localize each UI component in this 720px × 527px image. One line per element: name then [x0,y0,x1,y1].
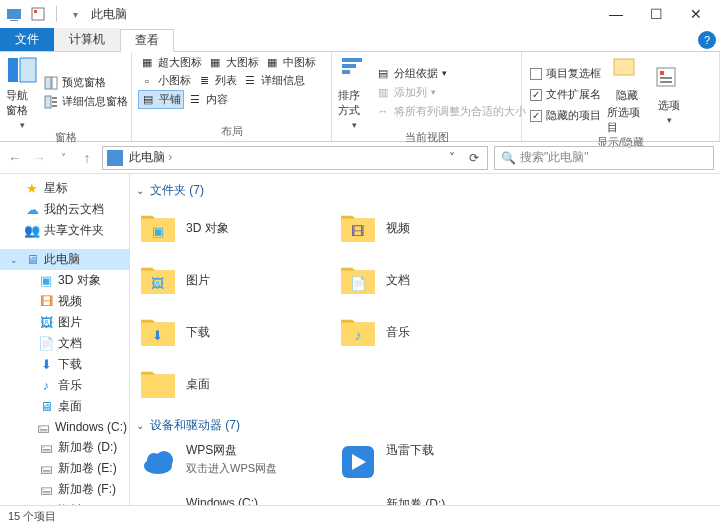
sidebar-item[interactable]: ⌄ 🖥 此电脑 [0,249,129,270]
address-icon [107,150,123,166]
preview-pane-button[interactable]: 预览窗格 [42,74,130,91]
fit-columns-button[interactable]: ↔将所有列调整为合适的大小 [374,103,528,120]
sidebar-item-label: 图片 [58,314,82,331]
sidebar-item[interactable]: 👥 共享文件夹 [0,220,129,241]
checkbox-icon: ✓ [530,89,542,101]
svg-rect-13 [342,64,356,68]
sidebar-item[interactable]: ⬇ 下载 [0,354,129,375]
layout-sm-button[interactable]: ▫小图标 [138,72,193,89]
checkbox-item-boxes[interactable]: 项目复选框 [528,65,603,82]
layout-detail-button[interactable]: ☰详细信息 [241,72,307,89]
status-bar: 15 个项目 [0,505,720,527]
layout-lg-button[interactable]: ▦大图标 [206,54,261,71]
back-button[interactable]: ← [6,150,24,166]
sidebar-item-label: 视频 [58,293,82,310]
tab-computer[interactable]: 计算机 [54,28,120,51]
tree-caret: ⌄ [10,255,20,265]
refresh-button[interactable]: ⟳ [465,151,483,165]
drive-label: 新加卷 (D:) [386,496,534,505]
checkbox-extensions[interactable]: ✓文件扩展名 [528,86,603,103]
drive-icon [338,496,378,505]
nav-pane-button[interactable]: 导航窗格 ▾ [6,54,38,130]
sidebar-item[interactable]: 🖴 Windows (C:) [0,417,129,437]
sidebar-item-label: Windows (C:) [55,420,127,434]
drive-icon [338,442,378,482]
drive-label: Windows (C:) [186,496,334,505]
body: ★ 星标 ☁ 我的云文档 👥 共享文件夹⌄ 🖥 此电脑 ▣ 3D 对象 🎞 视频… [0,174,720,505]
drive-item[interactable]: Windows (C:) 20.6 GB 可用，共 178 GB [136,494,336,505]
tab-file[interactable]: 文件 [0,28,54,51]
navigation-pane[interactable]: ★ 星标 ☁ 我的云文档 👥 共享文件夹⌄ 🖥 此电脑 ▣ 3D 对象 🎞 视频… [0,174,130,505]
drive-item[interactable]: WPS网盘 双击进入WPS网盘 [136,440,336,484]
address-dropdown[interactable]: ˅ [445,151,459,165]
folder-item[interactable]: 🖼 图片 [136,257,336,303]
details-pane-button[interactable]: 详细信息窗格 [42,93,130,110]
recent-dropdown[interactable]: ˅ [54,152,72,163]
layout-xl-button[interactable]: ▦超大图标 [138,54,204,71]
sidebar-item-icon: 🖥 [24,252,40,268]
forward-button[interactable]: → [30,150,48,166]
minimize-button[interactable]: — [596,0,636,28]
qat-dropdown-icon[interactable]: ▾ [65,4,85,24]
qat-divider [56,6,57,22]
folder-item[interactable]: ♪ 音乐 [336,309,536,355]
options-button[interactable]: 选项 ▾ [651,54,687,135]
svg-rect-1 [10,20,18,21]
section-header-folders[interactable]: ⌄ 文件夹 (7) [136,182,714,199]
sidebar-item[interactable]: 🖴 资料 (G:) [0,500,129,505]
up-button[interactable]: ↑ [78,150,96,166]
sidebar-item-label: 我的云文档 [44,201,104,218]
hide-selected-button[interactable]: 隐藏 所选项目 [607,54,647,135]
sidebar-item[interactable]: 🖴 新加卷 (D:) [0,437,129,458]
svg-rect-2 [32,8,44,20]
search-placeholder: 搜索"此电脑" [520,149,589,166]
group-by-button[interactable]: ▤分组依据 ▾ [374,65,528,82]
nav-pane-label: 导航窗格 [6,88,38,118]
maximize-button[interactable]: ☐ [636,0,676,28]
folder-item[interactable]: 桌面 [136,361,336,407]
sidebar-item-label: 星标 [44,180,68,197]
folder-item[interactable]: 📄 文档 [336,257,536,303]
sidebar-item[interactable]: 🎞 视频 [0,291,129,312]
folder-item[interactable]: 🎞 视频 [336,205,536,251]
ribbon-group-view: 排序方式 ▾ ▤分组依据 ▾ ▥添加列 ▾ ↔将所有列调整为合适的大小 当前视图 [332,52,522,141]
ribbon-group-showhide: 项目复选框 ✓文件扩展名 ✓隐藏的项目 隐藏 所选项目 选项 ▾ 显示/隐藏 [522,52,720,141]
sidebar-item[interactable]: ☁ 我的云文档 [0,199,129,220]
folder-icon: ♪ [338,313,378,351]
properties-icon[interactable] [28,4,48,24]
add-columns-button[interactable]: ▥添加列 ▾ [374,84,528,101]
navigation-bar: ← → ˅ ↑ 此电脑 › ˅ ⟳ 🔍 搜索"此电脑" [0,142,720,174]
close-button[interactable]: ✕ [676,0,716,28]
help-icon[interactable]: ? [698,31,716,49]
sidebar-item[interactable]: 🖴 新加卷 (E:) [0,458,129,479]
title-bar: ▾ 此电脑 — ☐ ✕ [0,0,720,28]
tab-view[interactable]: 查看 [120,29,174,52]
content-pane[interactable]: ⌄ 文件夹 (7) ▣ 3D 对象 🎞 视频 🖼 图片 📄 文档 ⬇ 下载 ♪ … [130,174,720,505]
sidebar-item[interactable]: ♪ 音乐 [0,375,129,396]
layout-list-button[interactable]: ≣列表 [195,72,239,89]
ribbon-group-panes: 导航窗格 ▾ 预览窗格 详细信息窗格 窗格 [0,52,132,141]
sidebar-item[interactable]: 🖥 桌面 [0,396,129,417]
layout-md-button[interactable]: ▦中图标 [263,54,318,71]
checkbox-hidden-items[interactable]: ✓隐藏的项目 [528,107,603,124]
sidebar-item[interactable]: 🖴 新加卷 (F:) [0,479,129,500]
svg-rect-10 [52,101,57,103]
options-icon [653,64,685,96]
folder-item[interactable]: ⬇ 下载 [136,309,336,355]
preview-pane-icon [44,76,58,90]
drive-item[interactable]: 新加卷 (D:) 47.4 GB 可用，共 50.9 [336,494,536,505]
address-bar[interactable]: 此电脑 › ˅ ⟳ [102,146,488,170]
search-box[interactable]: 🔍 搜索"此电脑" [494,146,714,170]
sidebar-item[interactable]: ▣ 3D 对象 [0,270,129,291]
section-header-drives[interactable]: ⌄ 设备和驱动器 (7) [136,417,714,434]
drive-item[interactable]: 迅雷下载 [336,440,536,484]
layout-content-button[interactable]: ☰内容 [186,90,230,109]
folder-item[interactable]: ▣ 3D 对象 [136,205,336,251]
layout-tiles-button[interactable]: ▤平铺 [138,90,184,109]
sidebar-item[interactable]: 📄 文档 [0,333,129,354]
sort-button[interactable]: 排序方式 ▾ [338,54,370,130]
ribbon-tabs: 文件 计算机 查看 ? [0,28,720,52]
sidebar-item[interactable]: 🖼 图片 [0,312,129,333]
sidebar-item[interactable]: ★ 星标 [0,178,129,199]
sidebar-item-icon: ♪ [38,378,54,394]
